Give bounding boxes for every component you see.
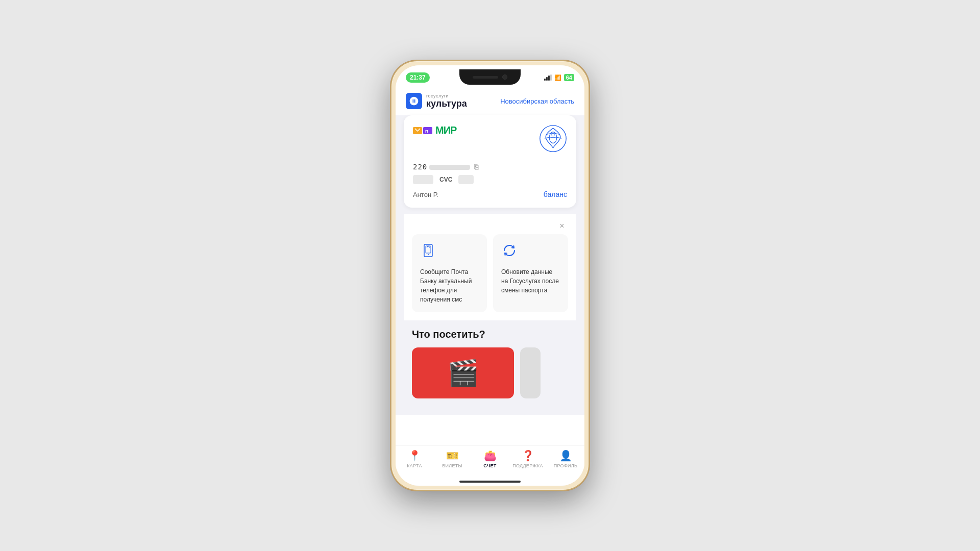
signal-icon [544, 74, 552, 81]
info-card-refresh[interactable]: Обновите данные на Госуслугах после смен… [493, 234, 568, 312]
app-content: госуслуги культура Новосибирская область [396, 87, 584, 482]
kultura-label: культура [426, 98, 467, 109]
card-number: 220 [413, 163, 470, 171]
card-number-row: 220 ⎘ [413, 163, 567, 171]
card-expiry [413, 175, 433, 184]
status-time: 21:37 [406, 72, 430, 83]
pochta-logo: П [413, 127, 432, 134]
card-logos: П МИР [413, 124, 456, 136]
card-details-row: CVC [413, 175, 567, 184]
nav-label-karta: КАРТА [407, 463, 422, 468]
balance-link[interactable]: баланс [544, 190, 567, 198]
bottom-nav: 📍 КАРТА 🎫 БИЛЕТЫ 👛 СЧЕТ ❓ ПОДДЕРЖКА 👤 ПР… [396, 445, 584, 486]
mir-logo: МИР [435, 124, 456, 136]
card-top: П МИР [413, 124, 567, 153]
power-button[interactable] [589, 179, 590, 219]
profile-icon: 👤 [559, 449, 572, 462]
help-icon: ❓ [522, 449, 534, 462]
front-camera [502, 74, 507, 80]
nav-item-podderzhka[interactable]: ❓ ПОДДЕРЖКА [509, 449, 547, 468]
volume-down-button[interactable] [390, 212, 391, 242]
svg-rect-5 [426, 246, 431, 253]
svg-text:П: П [425, 129, 428, 133]
battery-icon: 64 [564, 74, 574, 81]
refresh-icon [501, 242, 560, 262]
phone-screen: 21:37 📶 64 [396, 65, 584, 486]
region-text[interactable]: Новосибирская область [500, 97, 574, 105]
nav-label-bilety: БИЛЕТЫ [442, 463, 462, 468]
phone-update-icon [420, 242, 479, 262]
logo-area: госуслуги культура [406, 93, 467, 109]
nav-label-profil: ПРОФИЛЬ [554, 463, 578, 468]
volume-up-button[interactable] [390, 173, 391, 204]
cvc-value [458, 175, 474, 184]
app-header: госуслуги культура Новосибирская область [396, 87, 584, 115]
map-pin-icon: 📍 [408, 449, 421, 462]
nav-item-schet[interactable]: 👛 СЧЕТ [471, 449, 509, 468]
nav-item-bilety[interactable]: 🎫 БИЛЕТЫ [433, 449, 471, 468]
bank-card: П МИР [404, 115, 576, 208]
card-bottom: Антон Р. баланс [413, 190, 567, 198]
nav-item-profil[interactable]: 👤 ПРОФИЛЬ [547, 449, 584, 468]
nav-label-podderzhka: ПОДДЕРЖКА [512, 463, 543, 468]
logo-text: госуслуги культура [426, 93, 467, 109]
speaker [473, 76, 498, 79]
info-card-phone-text: Сообщите Почта Банку актуальный телефон … [420, 267, 479, 304]
close-button[interactable]: × [556, 220, 568, 232]
partial-card [520, 347, 541, 398]
wifi-icon: 📶 [554, 74, 561, 81]
copy-icon[interactable]: ⎘ [474, 163, 478, 171]
card-section: П МИР [396, 115, 584, 415]
cinema-card[interactable]: 🎬 [412, 347, 514, 398]
nav-item-karta[interactable]: 📍 КАРТА [396, 449, 433, 468]
visit-cards: 🎬 [412, 347, 568, 398]
logo-icon [406, 93, 422, 109]
card-holder: Антон Р. [413, 191, 438, 198]
ticket-icon: 🎫 [446, 449, 459, 462]
russia-emblem [539, 124, 567, 153]
pochta-purple-icon: П [423, 127, 432, 134]
svg-point-6 [428, 254, 429, 255]
visit-section: Что посетить? 🎬 [404, 320, 576, 407]
phone-frame: 21:37 📶 64 [390, 60, 590, 491]
info-cards-grid: Сообщите Почта Банку актуальный телефон … [412, 234, 568, 312]
home-indicator [459, 481, 521, 483]
info-section: × Сообщите Почта Банк [404, 214, 576, 320]
status-icons: 📶 64 [544, 74, 574, 81]
info-card-refresh-text: Обновите данные на Госуслугах после смен… [501, 267, 560, 295]
notch [459, 69, 521, 85]
cvc-label: CVC [439, 176, 452, 183]
gosuslugi-label: госуслуги [426, 93, 467, 98]
pochta-yellow-icon [413, 127, 422, 134]
cinema-icon: 🎬 [447, 358, 479, 388]
visit-title: Что посетить? [412, 329, 568, 340]
nav-label-schet: СЧЕТ [483, 463, 496, 468]
info-card-phone[interactable]: Сообщите Почта Банку актуальный телефон … [412, 234, 487, 312]
wallet-icon: 👛 [484, 449, 497, 462]
